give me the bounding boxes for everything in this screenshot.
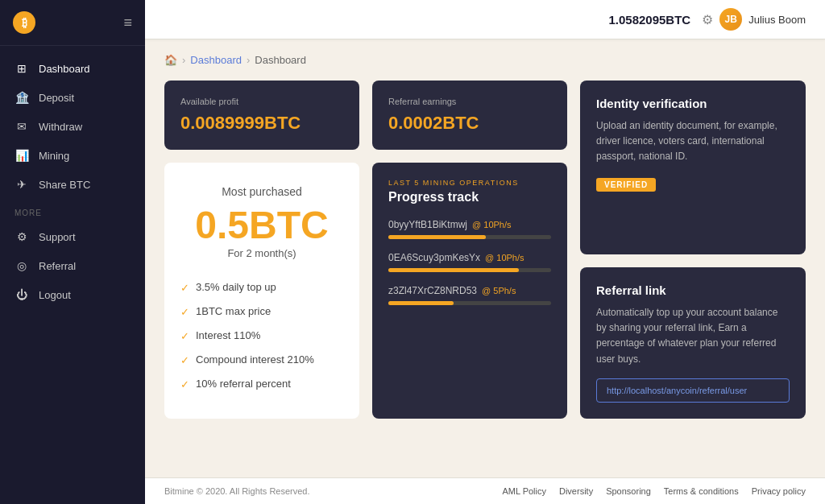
list-item: ✓Interest 110% [180, 324, 343, 348]
progress-bar-bg-0 [388, 235, 551, 239]
op-id-0: 0byyYftB1BiKtmwj [388, 219, 467, 230]
referral-icon: ◎ [15, 259, 29, 272]
referral-link-card: Referral link Automatically top up your … [580, 267, 806, 419]
referral-link-title: Referral link [596, 283, 790, 297]
top-header: 1.0582095BTC ⚙ JB Julius Boom [145, 0, 825, 39]
mp-sub: For 2 month(s) [227, 247, 296, 259]
logo: ₿ [13, 11, 35, 34]
identity-card: Identity verification Upload an identity… [580, 81, 806, 254]
check-icon: ✓ [180, 354, 189, 366]
verified-badge: VERIFIED [596, 178, 656, 192]
progress-sublabel: LAST 5 MINING OPERATIONS [388, 179, 551, 187]
avatar: JB [719, 8, 742, 31]
progress-bar-fill-1 [388, 268, 519, 272]
username: Julius Boom [748, 14, 806, 26]
progress-bar-fill-2 [388, 301, 454, 305]
breadcrumb-current: Dashboard [255, 54, 306, 66]
footer-link-diversity[interactable]: Diversity [559, 486, 593, 496]
progress-bar-bg-2 [388, 301, 551, 305]
sidebar-item-logout[interactable]: ⏻ Logout [0, 280, 145, 309]
mining-icon: 📊 [15, 149, 29, 162]
identity-text: Upload an identity document, for example… [596, 118, 790, 165]
breadcrumb: 🏠 › Dashboard › Dashboard [164, 54, 806, 66]
list-item: ✓3.5% daily top up [180, 275, 343, 300]
progress-title: Progress track [388, 190, 551, 204]
user-info: ⚙ JB Julius Boom [702, 8, 806, 31]
sidebar-item-deposit[interactable]: 🏦 Deposit [0, 83, 145, 112]
footer-link-terms[interactable]: Terms & conditions [664, 486, 739, 496]
list-item: ✓10% referral percent [180, 372, 343, 396]
logout-icon: ⏻ [15, 288, 29, 301]
op-id-1: 0EA6Scuy3pmKesYx [388, 252, 480, 263]
referral-link-text: Automatically top up your account balanc… [596, 305, 790, 367]
footer-copyright: Bitmine © 2020. All Rights Reserved. [164, 486, 310, 496]
check-icon: ✓ [180, 330, 189, 342]
footer-links: AML Policy Diversity Sponsoring Terms & … [502, 486, 806, 496]
referral-earnings-value: 0.0002BTC [388, 113, 551, 134]
op-id-2: z3Zl47XrCZ8NRD53 [388, 285, 477, 296]
dashboard-icon: ⊞ [15, 62, 29, 75]
more-section-label: MORE [0, 199, 145, 222]
mining-op-row-2: z3Zl47XrCZ8NRD53 @ 5Ph/s [388, 285, 551, 296]
breadcrumb-home-icon: 🏠 [164, 54, 177, 66]
progress-bar-fill-0 [388, 235, 486, 239]
sidebar-label-deposit: Deposit [39, 92, 74, 104]
sidebar: ₿ ≡ ⊞ Dashboard 🏦 Deposit ✉ Withdraw 📊 M… [0, 0, 145, 504]
support-icon: ⚙ [15, 230, 29, 243]
sidebar-label-mining: Mining [39, 150, 69, 162]
dashboard-grid: Available profit 0.0089999BTC Referral e… [164, 81, 806, 419]
mining-op-row-0: 0byyYftB1BiKtmwj @ 10Ph/s [388, 219, 551, 230]
hamburger-icon[interactable]: ≡ [123, 14, 132, 31]
withdraw-icon: ✉ [15, 120, 29, 133]
check-icon: ✓ [180, 282, 189, 294]
mining-op-0: 0byyYftB1BiKtmwj @ 10Ph/s [388, 219, 551, 239]
referral-earnings-card: Referral earnings 0.0002BTC [372, 81, 567, 150]
sidebar-item-referral[interactable]: ◎ Referral [0, 251, 145, 280]
available-profit-value: 0.0089999BTC [180, 113, 343, 134]
mp-value: 0.5BTC [195, 204, 328, 247]
main-area: 1.0582095BTC ⚙ JB Julius Boom 🏠 › Dashbo… [145, 0, 825, 504]
footer-link-sponsoring[interactable]: Sponsoring [606, 486, 651, 496]
sidebar-header: ₿ ≡ [0, 0, 145, 46]
footer-link-aml[interactable]: AML Policy [502, 486, 546, 496]
op-rate-0: @ 10Ph/s [472, 220, 511, 229]
available-profit-label: Available profit [180, 97, 343, 106]
progress-track-card: LAST 5 MINING OPERATIONS Progress track … [372, 163, 567, 419]
sidebar-label-referral: Referral [39, 260, 76, 272]
sidebar-item-mining[interactable]: 📊 Mining [0, 141, 145, 170]
list-item: ✓Compound interest 210% [180, 348, 343, 372]
op-rate-2: @ 5Ph/s [482, 286, 516, 295]
sidebar-item-withdraw[interactable]: ✉ Withdraw [0, 112, 145, 141]
available-profit-card: Available profit 0.0089999BTC [164, 81, 359, 150]
identity-title: Identity verification [596, 97, 790, 110]
mining-op-row-1: 0EA6Scuy3pmKesYx @ 10Ph/s [388, 252, 551, 263]
referral-link-box[interactable]: http://localhost/anycoin/referral/user [596, 378, 790, 403]
op-rate-1: @ 10Ph/s [485, 253, 524, 262]
footer: Bitmine © 2020. All Rights Reserved. AML… [145, 477, 825, 504]
list-item: ✓1BTC max price [180, 300, 343, 324]
mining-op-1: 0EA6Scuy3pmKesYx @ 10Ph/s [388, 252, 551, 272]
footer-link-privacy[interactable]: Privacy policy [752, 486, 806, 496]
most-purchased-card: Most purchased 0.5BTC For 2 month(s) ✓3.… [164, 163, 359, 419]
check-icon: ✓ [180, 378, 189, 390]
deposit-icon: 🏦 [15, 91, 29, 104]
sidebar-label-dashboard: Dashboard [39, 63, 90, 75]
sidebar-label-logout: Logout [39, 289, 71, 301]
settings-icon[interactable]: ⚙ [702, 12, 713, 27]
content-area: 🏠 › Dashboard › Dashboard Available prof… [145, 39, 825, 477]
breadcrumb-link-dashboard[interactable]: Dashboard [190, 54, 242, 66]
sidebar-item-dashboard[interactable]: ⊞ Dashboard [0, 54, 145, 83]
mp-features-list: ✓3.5% daily top up ✓1BTC max price ✓Inte… [180, 275, 343, 396]
mp-label: Most purchased [222, 185, 302, 198]
sidebar-label-support: Support [39, 231, 76, 243]
referral-earnings-label: Referral earnings [388, 97, 551, 106]
sidebar-label-withdraw: Withdraw [39, 121, 82, 133]
sidebar-item-share-btc[interactable]: ✈ Share BTC [0, 170, 145, 199]
mining-op-2: z3Zl47XrCZ8NRD53 @ 5Ph/s [388, 285, 551, 305]
nav-main: ⊞ Dashboard 🏦 Deposit ✉ Withdraw 📊 Minin… [0, 46, 145, 504]
sidebar-item-support[interactable]: ⚙ Support [0, 222, 145, 251]
progress-bar-bg-1 [388, 268, 551, 272]
share-icon: ✈ [15, 178, 29, 191]
sidebar-label-share-btc: Share BTC [39, 179, 90, 191]
check-icon: ✓ [180, 306, 189, 318]
